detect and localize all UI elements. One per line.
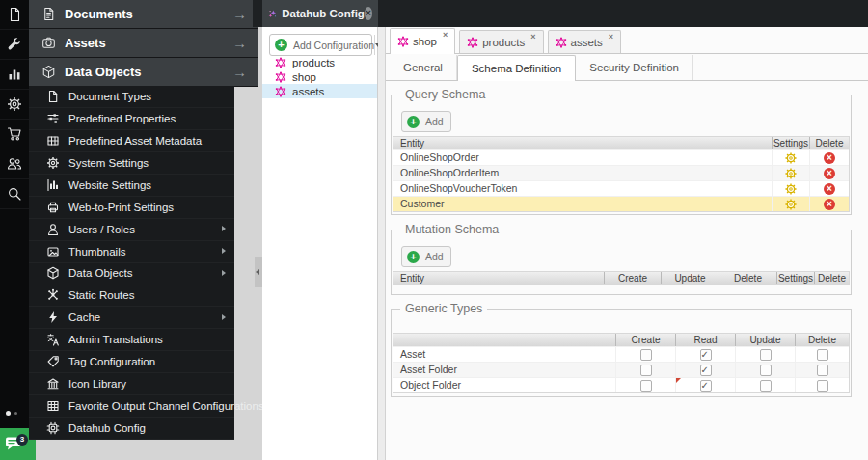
column-header-read[interactable]: Read: [675, 334, 735, 346]
row-delete-cell[interactable]: ×: [809, 197, 849, 211]
delete-icon[interactable]: ×: [824, 168, 835, 179]
table-row-selected[interactable]: Customer×: [393, 196, 849, 211]
query-schema-add-button[interactable]: +Add: [401, 111, 451, 132]
ecommerce-cart-icon[interactable]: [0, 120, 29, 149]
menu-item-document-types[interactable]: Document Types: [29, 86, 234, 108]
mutation-schema-add-button[interactable]: +Add: [401, 246, 451, 267]
menu-item-web-to-print-settings[interactable]: Web-to-Print Settings: [29, 197, 234, 219]
window-tab-datahub-config[interactable]: Datahub Config ×: [262, 0, 378, 27]
pager-dot[interactable]: [14, 412, 17, 415]
tab-products[interactable]: products×: [459, 30, 543, 53]
expand-arrow-icon[interactable]: →: [232, 35, 247, 51]
menu-item-thumbnails[interactable]: Thumbnails: [29, 241, 234, 263]
menu-item-datahub-config[interactable]: Datahub Config: [29, 418, 234, 440]
iconbar-pager-dots[interactable]: [0, 409, 29, 419]
search-icon[interactable]: [0, 179, 29, 209]
menu-item-data-objects[interactable]: Data Objects: [29, 263, 234, 285]
pager-dot-active[interactable]: [6, 411, 11, 416]
panel-collapse-handle[interactable]: [255, 257, 262, 287]
menu-item-admin-translations[interactable]: Admin Translations: [29, 329, 234, 351]
table-row[interactable]: OnlineShopOrder×: [393, 149, 849, 165]
menu-item-website-settings[interactable]: Website Settings: [29, 175, 234, 197]
table-row[interactable]: Asset: [393, 346, 849, 362]
menu-item-cache[interactable]: Cache: [29, 307, 234, 329]
checkbox[interactable]: [640, 349, 652, 361]
wrench-icon[interactable]: [0, 30, 29, 60]
row-delete-cell[interactable]: ×: [809, 150, 849, 165]
menu-item-users-roles[interactable]: Users / Roles: [29, 219, 234, 241]
delete-cell[interactable]: [795, 347, 849, 362]
column-header-create[interactable]: Create: [604, 272, 661, 284]
tree-content-splitter[interactable]: [378, 27, 385, 460]
subtab-general[interactable]: General: [390, 55, 457, 80]
settings-gear-icon[interactable]: [785, 199, 797, 210]
column-header-delete[interactable]: Delete: [809, 137, 849, 149]
update-cell[interactable]: [735, 363, 795, 377]
settings-gear-icon[interactable]: [785, 168, 797, 179]
checkbox[interactable]: [700, 380, 712, 392]
checkbox[interactable]: [700, 349, 712, 361]
update-cell[interactable]: [735, 347, 795, 362]
checkbox[interactable]: [640, 380, 652, 392]
menu-item-predefined-asset-metadata[interactable]: Predefined Asset Metadata: [29, 130, 234, 152]
checkbox[interactable]: [817, 349, 828, 361]
tab-assets[interactable]: assets×: [548, 30, 622, 53]
column-header-settings[interactable]: Settings: [776, 272, 814, 284]
read-cell[interactable]: [675, 363, 735, 377]
delete-cell[interactable]: [795, 363, 849, 377]
row-settings-cell[interactable]: [772, 150, 809, 165]
create-cell[interactable]: [615, 347, 675, 362]
update-cell[interactable]: [735, 378, 795, 392]
row-settings-cell[interactable]: [772, 181, 809, 196]
column-header-update[interactable]: Update: [661, 272, 719, 284]
expand-arrow-icon[interactable]: →: [232, 64, 247, 80]
tree-item-assets[interactable]: assets: [262, 84, 377, 98]
close-icon[interactable]: ×: [365, 7, 372, 20]
settings-icon[interactable]: [0, 90, 29, 120]
read-cell-modified[interactable]: [675, 378, 735, 392]
settings-gear-icon[interactable]: [785, 183, 797, 195]
column-header-delete[interactable]: Delete: [795, 334, 849, 346]
create-cell[interactable]: [615, 378, 675, 392]
subtab-schema-definition[interactable]: Schema Definition: [457, 55, 576, 81]
table-row[interactable]: Object Folder: [393, 377, 849, 392]
table-row[interactable]: Asset Folder: [393, 362, 849, 377]
menu-item-predefined-properties[interactable]: Predefined Properties: [29, 108, 234, 130]
checkbox[interactable]: [640, 365, 652, 376]
file-icon[interactable]: [0, 0, 29, 30]
menu-item-system-settings[interactable]: System Settings: [29, 152, 234, 175]
read-cell[interactable]: [675, 347, 735, 362]
users-icon[interactable]: [0, 149, 29, 179]
close-icon[interactable]: ×: [609, 33, 613, 41]
column-header-update[interactable]: Update: [735, 334, 795, 346]
column-header-entity[interactable]: Entity: [393, 137, 772, 149]
sidebar-section-assets[interactable]: Assets →: [29, 29, 258, 57]
checkbox[interactable]: [817, 365, 828, 376]
checkbox[interactable]: [760, 349, 772, 361]
close-icon[interactable]: ×: [530, 33, 535, 41]
delete-icon[interactable]: ×: [824, 152, 835, 164]
create-cell[interactable]: [615, 363, 675, 377]
row-delete-cell[interactable]: ×: [809, 181, 849, 196]
table-row[interactable]: OnlineShopOrderItem×: [393, 165, 849, 180]
menu-item-favorite-output-channel-configurations[interactable]: Favorite Output Channel Configurations: [29, 395, 234, 418]
column-header-entity[interactable]: Entity: [393, 272, 604, 284]
delete-icon[interactable]: ×: [824, 183, 835, 195]
menu-item-icon-library[interactable]: Icon Library: [29, 373, 234, 395]
row-delete-cell[interactable]: ×: [809, 166, 849, 180]
checkbox[interactable]: [700, 365, 712, 376]
menu-item-static-routes[interactable]: Static Routes: [29, 284, 234, 307]
sidebar-section-data-objects[interactable]: Data Objects →: [29, 58, 258, 86]
row-settings-cell[interactable]: [772, 197, 809, 211]
column-header-create[interactable]: Create: [615, 334, 675, 346]
column-header-settings[interactable]: Settings: [772, 137, 809, 149]
checkbox[interactable]: [760, 365, 772, 376]
close-icon[interactable]: ×: [443, 31, 448, 40]
settings-gear-icon[interactable]: [785, 152, 797, 164]
column-header-delete[interactable]: Delete: [814, 272, 849, 284]
expand-arrow-icon[interactable]: →: [232, 6, 247, 22]
row-settings-cell[interactable]: [772, 166, 809, 180]
tab-shop[interactable]: shop×: [390, 28, 455, 54]
delete-cell[interactable]: [795, 378, 849, 392]
sidebar-section-documents[interactable]: Documents →: [29, 0, 258, 28]
